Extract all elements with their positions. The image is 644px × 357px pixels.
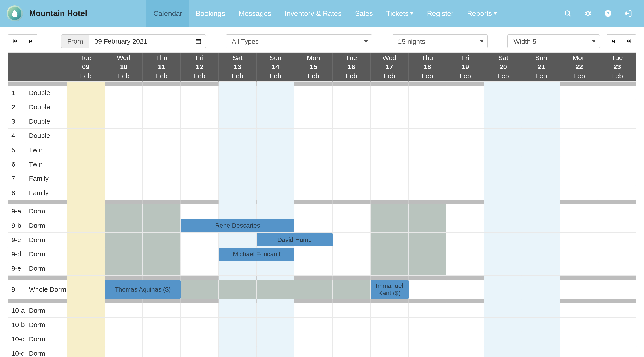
calendar-cell[interactable] bbox=[560, 143, 598, 157]
calendar-cell[interactable] bbox=[446, 186, 484, 200]
width-select[interactable]: Width 5 bbox=[507, 34, 600, 48]
nav-messages[interactable]: Messages bbox=[232, 0, 278, 27]
calendar-cell[interactable] bbox=[219, 86, 257, 100]
calendar-cell[interactable] bbox=[294, 346, 332, 357]
calendar-cell[interactable] bbox=[181, 86, 219, 100]
calendar-cell[interactable] bbox=[67, 86, 105, 100]
calendar-cell[interactable] bbox=[294, 261, 332, 276]
calendar-cell[interactable] bbox=[257, 280, 295, 299]
nav-calendar[interactable]: Calendar bbox=[146, 0, 189, 27]
nav-tickets[interactable]: Tickets bbox=[380, 0, 420, 27]
calendar-cell[interactable] bbox=[446, 100, 484, 114]
calendar-cell[interactable] bbox=[257, 100, 295, 114]
calendar-cell[interactable] bbox=[181, 233, 219, 247]
booking[interactable]: Thomas Aquinas ($) bbox=[105, 280, 181, 299]
calendar-cell[interactable] bbox=[67, 233, 105, 247]
calendar-cell[interactable] bbox=[560, 100, 598, 114]
calendar-cell[interactable] bbox=[219, 233, 257, 247]
calendar-cell[interactable] bbox=[105, 346, 143, 357]
calendar-cell[interactable] bbox=[484, 86, 522, 100]
calendar-cell[interactable] bbox=[522, 186, 560, 200]
calendar-cell[interactable] bbox=[257, 332, 295, 346]
calendar-cell[interactable] bbox=[598, 186, 636, 200]
calendar-cell[interactable] bbox=[408, 128, 446, 143]
calendar-cell[interactable] bbox=[67, 204, 105, 218]
calendar-cell[interactable] bbox=[332, 318, 370, 332]
calendar-cell[interactable] bbox=[219, 318, 257, 332]
calendar-cell[interactable] bbox=[598, 280, 636, 299]
calendar-cell[interactable] bbox=[560, 332, 598, 346]
calendar-cell[interactable] bbox=[257, 261, 295, 276]
first-page-button[interactable] bbox=[8, 34, 23, 48]
calendar-cell[interactable] bbox=[332, 204, 370, 218]
nav-reports[interactable]: Reports bbox=[460, 0, 504, 27]
calendar-cell[interactable] bbox=[522, 128, 560, 143]
calendar-cell[interactable] bbox=[105, 157, 143, 172]
calendar-cell[interactable] bbox=[219, 261, 257, 276]
calendar-cell[interactable] bbox=[143, 247, 181, 261]
calendar-cell[interactable] bbox=[446, 114, 484, 128]
calendar-cell[interactable] bbox=[446, 128, 484, 143]
calendar-cell[interactable] bbox=[560, 346, 598, 357]
calendar-cell[interactable] bbox=[522, 100, 560, 114]
calendar-cell[interactable] bbox=[522, 172, 560, 186]
calendar-cell[interactable] bbox=[181, 186, 219, 200]
calendar-cell[interactable] bbox=[294, 143, 332, 157]
last-page-button[interactable] bbox=[621, 34, 636, 48]
calendar-cell[interactable] bbox=[105, 204, 143, 218]
calendar-cell[interactable] bbox=[560, 172, 598, 186]
calendar-cell[interactable] bbox=[522, 143, 560, 157]
calendar-cell[interactable] bbox=[598, 346, 636, 357]
calendar-cell[interactable] bbox=[370, 233, 408, 247]
calendar-cell[interactable] bbox=[522, 157, 560, 172]
calendar-cell[interactable] bbox=[181, 332, 219, 346]
calendar-cell[interactable] bbox=[294, 86, 332, 100]
calendar-cell[interactable] bbox=[560, 280, 598, 299]
calendar-cell[interactable] bbox=[598, 303, 636, 318]
calendar-cell[interactable] bbox=[446, 233, 484, 247]
calendar-cell[interactable] bbox=[370, 186, 408, 200]
calendar-cell[interactable] bbox=[370, 114, 408, 128]
calendar-cell[interactable] bbox=[105, 128, 143, 143]
calendar-cell[interactable] bbox=[484, 346, 522, 357]
calendar-cell[interactable] bbox=[105, 172, 143, 186]
calendar-cell[interactable] bbox=[294, 247, 332, 261]
calendar-cell[interactable] bbox=[370, 261, 408, 276]
calendar-cell[interactable] bbox=[332, 186, 370, 200]
calendar-cell[interactable] bbox=[105, 247, 143, 261]
calendar-cell[interactable] bbox=[446, 332, 484, 346]
calendar-cell[interactable] bbox=[294, 280, 332, 299]
calendar-cell[interactable] bbox=[257, 346, 295, 357]
calendar-cell[interactable] bbox=[446, 318, 484, 332]
calendar-cell[interactable] bbox=[67, 318, 105, 332]
calendar-cell[interactable] bbox=[598, 318, 636, 332]
calendar-cell[interactable] bbox=[484, 128, 522, 143]
calendar-cell[interactable] bbox=[105, 303, 143, 318]
calendar-cell[interactable] bbox=[294, 172, 332, 186]
calendar-cell[interactable] bbox=[219, 303, 257, 318]
calendar-cell[interactable] bbox=[67, 157, 105, 172]
calendar-cell[interactable] bbox=[294, 157, 332, 172]
calendar-cell[interactable] bbox=[105, 261, 143, 276]
calendar-cell[interactable] bbox=[484, 218, 522, 233]
calendar-cell[interactable] bbox=[522, 280, 560, 299]
calendar-cell[interactable] bbox=[257, 157, 295, 172]
calendar-cell[interactable] bbox=[257, 318, 295, 332]
calendar-cell[interactable] bbox=[181, 172, 219, 186]
nights-select[interactable]: 15 nights bbox=[392, 34, 488, 48]
calendar-cell[interactable] bbox=[408, 114, 446, 128]
calendar-cell[interactable] bbox=[370, 303, 408, 318]
calendar-cell[interactable] bbox=[370, 218, 408, 233]
calendar-cell[interactable] bbox=[560, 186, 598, 200]
calendar-cell[interactable] bbox=[370, 86, 408, 100]
calendar-cell[interactable] bbox=[67, 261, 105, 276]
calendar-cell[interactable] bbox=[257, 186, 295, 200]
calendar-cell[interactable] bbox=[332, 143, 370, 157]
calendar-cell[interactable] bbox=[484, 332, 522, 346]
calendar-cell[interactable] bbox=[408, 233, 446, 247]
calendar-cell[interactable] bbox=[332, 303, 370, 318]
calendar-cell[interactable] bbox=[257, 86, 295, 100]
booking[interactable]: Immanuel Kant ($) bbox=[370, 280, 408, 299]
calendar-cell[interactable] bbox=[143, 204, 181, 218]
calendar-cell[interactable] bbox=[143, 346, 181, 357]
